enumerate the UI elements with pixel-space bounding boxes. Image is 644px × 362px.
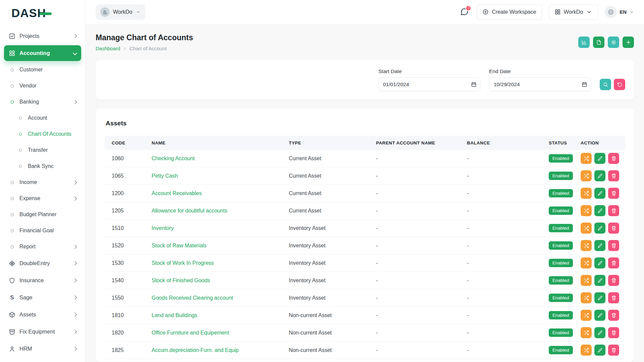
- settings-button[interactable]: [608, 37, 619, 48]
- account-name-link[interactable]: Petty Cash: [152, 173, 178, 179]
- delete-button[interactable]: [608, 205, 619, 216]
- delete-button[interactable]: [608, 170, 619, 181]
- transactions-button[interactable]: [581, 240, 592, 251]
- edit-button[interactable]: [594, 170, 605, 181]
- sidebar-item[interactable]: Insurance: [4, 272, 81, 289]
- edit-button[interactable]: [594, 240, 605, 251]
- delete-button[interactable]: [608, 223, 619, 234]
- insurance-icon: [9, 277, 15, 284]
- export-button[interactable]: [593, 37, 604, 48]
- create-account-button[interactable]: [623, 37, 634, 48]
- messages-button[interactable]: 0: [459, 6, 470, 18]
- account-code: 1540: [104, 272, 152, 289]
- edit-button[interactable]: [594, 257, 605, 268]
- reset-button[interactable]: [614, 79, 625, 90]
- edit-button[interactable]: [594, 153, 605, 164]
- edit-button[interactable]: [594, 275, 605, 286]
- end-date-input[interactable]: [489, 77, 591, 91]
- transactions-button[interactable]: [581, 275, 592, 286]
- sidebar-item[interactable]: Account: [4, 110, 81, 126]
- account-code: 1530: [104, 254, 152, 272]
- account-name-link[interactable]: Accum.depreciation-Furn. and Equip: [152, 347, 239, 353]
- breadcrumb-item[interactable]: Dashboard: [96, 46, 120, 51]
- content: Manage Chart of Accounts Dashboard Chart…: [86, 24, 644, 362]
- sidebar-item[interactable]: Financial Goal: [4, 223, 81, 239]
- sidebar-item[interactable]: Accounting: [4, 45, 81, 61]
- workspace-switcher[interactable]: WorkDo: [96, 4, 145, 20]
- apps-menu-button[interactable]: WorkDo: [549, 4, 598, 20]
- calendar-icon: [471, 81, 477, 87]
- grid-icon: [554, 9, 561, 15]
- main-column: WorkDo 0 Create Workspace WorkDo: [86, 0, 644, 362]
- transactions-button[interactable]: [581, 153, 592, 164]
- sidebar-item[interactable]: Fix Equipment: [4, 323, 81, 340]
- sidebar-item[interactable]: Report: [4, 239, 81, 255]
- sidebar-item[interactable]: Banking: [4, 94, 81, 110]
- delete-button[interactable]: [608, 275, 619, 286]
- transactions-button[interactable]: [581, 345, 592, 356]
- account-name-link[interactable]: Account Receivables: [152, 190, 202, 196]
- sidebar-item-label: Report: [19, 244, 36, 250]
- parent-account-name: -: [376, 185, 467, 202]
- account-name-link[interactable]: Stock of Raw Materials: [152, 243, 207, 248]
- transactions-button[interactable]: [581, 257, 592, 268]
- trash-icon: [611, 260, 616, 266]
- edit-button[interactable]: [594, 310, 605, 321]
- edit-button[interactable]: [594, 188, 605, 199]
- delete-button[interactable]: [608, 153, 619, 164]
- search-button[interactable]: [600, 79, 611, 90]
- transactions-button[interactable]: [581, 292, 592, 303]
- filter-actions: [600, 79, 625, 90]
- transactions-button[interactable]: [581, 205, 592, 216]
- delete-button[interactable]: [608, 257, 619, 268]
- sidebar-item[interactable]: HRM: [4, 340, 81, 357]
- table-row: 1510 Inventory Inventory Asset - - Enabl…: [104, 220, 625, 237]
- ring-icon: [18, 164, 23, 169]
- account-name-link[interactable]: Checking Account: [152, 156, 195, 161]
- account-name-link[interactable]: Stock of Finished Goods: [152, 278, 210, 283]
- account-name-link[interactable]: Office Furniture and Equipement: [152, 330, 229, 336]
- sidebar-item[interactable]: Projects: [4, 27, 81, 45]
- delete-button[interactable]: [608, 327, 619, 338]
- edit-button[interactable]: [594, 292, 605, 303]
- edit-button[interactable]: [594, 205, 605, 216]
- start-date-input[interactable]: [378, 77, 480, 91]
- table-row: 1530 Stock of Work In Progress Inventory…: [104, 254, 625, 272]
- transactions-button[interactable]: [581, 170, 592, 181]
- pencil-icon: [597, 208, 603, 214]
- delete-button[interactable]: [608, 310, 619, 321]
- sidebar-item[interactable]: Budget Planner: [4, 206, 81, 223]
- account-balance: -: [467, 202, 549, 220]
- sidebar-item[interactable]: S Sage: [4, 289, 81, 306]
- table-row: 1550 Goods Received Clearing account Inv…: [104, 289, 625, 307]
- sidebar-item[interactable]: Income: [4, 174, 81, 190]
- transactions-button[interactable]: [581, 310, 592, 321]
- account-name-link[interactable]: Allowance for doubtful accounts: [152, 208, 227, 214]
- edit-button[interactable]: [594, 223, 605, 234]
- account-name-link[interactable]: Inventory: [152, 225, 174, 231]
- sidebar-item[interactable]: Bank Sync: [4, 158, 81, 174]
- sidebar-item[interactable]: Customer: [4, 62, 81, 78]
- sidebar-item[interactable]: Transfer: [4, 142, 81, 158]
- chart-view-button[interactable]: [578, 37, 590, 48]
- delete-button[interactable]: [608, 240, 619, 251]
- account-name-link[interactable]: Stock of Work In Progress: [152, 260, 214, 266]
- delete-button[interactable]: [608, 292, 619, 303]
- sidebar-item[interactable]: Vendor: [4, 78, 81, 94]
- account-name-link[interactable]: Land and Buildings: [152, 312, 197, 318]
- sidebar-item[interactable]: Assets: [4, 306, 81, 323]
- edit-button[interactable]: [594, 327, 605, 338]
- sidebar-item[interactable]: Expense: [4, 190, 81, 206]
- create-workspace-button[interactable]: Create Workspace: [477, 4, 542, 20]
- sidebar-item[interactable]: Chart Of Accounts: [4, 126, 81, 142]
- table-row: 1825 Accum.depreciation-Furn. and Equip …: [104, 342, 625, 359]
- transactions-button[interactable]: [581, 327, 592, 338]
- edit-button[interactable]: [594, 345, 605, 356]
- language-selector[interactable]: EN: [605, 6, 634, 18]
- account-name-link[interactable]: Goods Received Clearing account: [152, 295, 233, 301]
- delete-button[interactable]: [608, 345, 619, 356]
- sidebar-item[interactable]: DoubleEntry: [4, 255, 81, 272]
- transactions-button[interactable]: [581, 223, 592, 234]
- transactions-button[interactable]: [581, 188, 592, 199]
- delete-button[interactable]: [608, 188, 619, 199]
